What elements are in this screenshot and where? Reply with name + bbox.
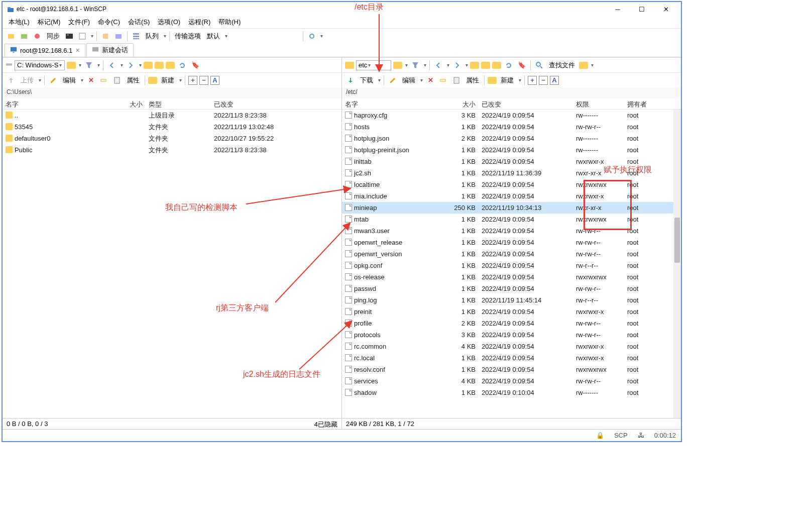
- table-row[interactable]: hotplug-preinit.json1 KB2022/4/19 0:09:5…: [342, 144, 681, 156]
- props-label[interactable]: 属性: [125, 76, 142, 85]
- table-row[interactable]: defaultuser0文件夹2022/10/27 19:55:22: [3, 133, 341, 144]
- props-icon[interactable]: [111, 75, 123, 86]
- right-header[interactable]: 名字 大小 已改变 权限 拥有者: [342, 98, 681, 110]
- table-row[interactable]: jc2.sh1 KB2022/11/19 11:36:39rwxr-xr-xro…: [342, 167, 681, 179]
- col-name[interactable]: 名字: [342, 98, 446, 109]
- minus-icon[interactable]: −: [199, 76, 208, 85]
- table-row[interactable]: openwrt_release1 KB2022/4/19 0:09:54rw-r…: [342, 237, 681, 248]
- col-name[interactable]: 名字: [3, 98, 115, 109]
- table-row[interactable]: hotplug.json2 KB2022/4/19 0:09:54rw-----…: [342, 133, 681, 144]
- filter-icon[interactable]: [410, 60, 421, 71]
- rename-icon[interactable]: [438, 75, 449, 86]
- right-list[interactable]: haproxy.cfg3 KB2022/4/19 0:09:54rw------…: [342, 110, 681, 418]
- lock-icon[interactable]: 🔒: [596, 432, 604, 439]
- search-icon[interactable]: [534, 60, 545, 71]
- table-row[interactable]: mia.include1 KB2022/4/19 0:09:54rwxrwxr-…: [342, 190, 681, 202]
- back-icon[interactable]: [106, 60, 118, 71]
- table-row[interactable]: protocols3 KB2022/4/19 0:09:54rw-rw-r--r…: [342, 329, 681, 341]
- new-label[interactable]: 新建: [159, 76, 176, 85]
- tool-5-icon[interactable]: [77, 31, 88, 42]
- home-icon[interactable]: [492, 62, 501, 69]
- props-label[interactable]: 属性: [464, 76, 481, 85]
- table-row[interactable]: 53545文件夹2022/11/19 13:02:48: [3, 121, 341, 133]
- root-icon[interactable]: [481, 62, 490, 69]
- table-row[interactable]: mtab1 KB2022/4/19 0:09:54rwxrwxrwxroot: [342, 214, 681, 225]
- col-type[interactable]: 类型: [146, 98, 211, 109]
- tool-1-icon[interactable]: [6, 31, 17, 42]
- table-row[interactable]: ..上级目录2022/11/3 8:23:38: [3, 110, 341, 121]
- home-icon[interactable]: [166, 62, 175, 69]
- folder-icon[interactable]: [67, 62, 76, 69]
- drive-select-right[interactable]: etc▾: [356, 60, 391, 70]
- edit-icon[interactable]: [48, 75, 59, 86]
- path-right[interactable]: /etc/: [341, 87, 681, 98]
- table-row[interactable]: ping.log1 KB2022/11/19 11:45:14rw-r--r--…: [342, 294, 681, 306]
- drive-select-left[interactable]: C: Windows-S▾: [15, 60, 65, 70]
- table-row[interactable]: rc.common4 KB2022/4/19 0:09:54rwxrwxr-xr…: [342, 341, 681, 352]
- scrollbar[interactable]: [673, 110, 681, 418]
- close-icon[interactable]: ✕: [75, 47, 80, 54]
- nav-extra-icon[interactable]: [579, 62, 588, 69]
- table-row[interactable]: preinit1 KB2022/4/19 0:09:54rwxrwxr-xroo…: [342, 306, 681, 318]
- col-size[interactable]: 大小: [115, 98, 146, 109]
- table-row[interactable]: profile2 KB2022/4/19 0:09:54rw-rw-r--roo…: [342, 318, 681, 329]
- tool-3-icon[interactable]: [32, 31, 43, 42]
- all-icon[interactable]: A: [550, 76, 559, 85]
- refresh-icon[interactable]: [177, 60, 188, 71]
- edit-label[interactable]: 编辑: [400, 76, 417, 85]
- minus-icon[interactable]: −: [539, 76, 548, 85]
- forward-icon[interactable]: [451, 60, 462, 71]
- menu-help[interactable]: 帮助(H): [215, 17, 244, 28]
- table-row[interactable]: hosts1 KB2022/4/19 0:09:54rw-rw-r--root: [342, 121, 681, 133]
- rename-icon[interactable]: [98, 75, 109, 86]
- col-size[interactable]: 大小: [446, 98, 479, 109]
- menu-session[interactable]: 会话(S): [125, 17, 153, 28]
- refresh-icon[interactable]: [503, 60, 514, 71]
- root-icon[interactable]: [155, 62, 164, 69]
- table-row[interactable]: minieap250 KB2022/11/19 10:34:13rwxr-xr-…: [342, 202, 681, 214]
- new-label[interactable]: 新建: [499, 76, 516, 85]
- table-row[interactable]: services4 KB2022/4/19 0:09:54rw-rw-r--ro…: [342, 375, 681, 387]
- table-row[interactable]: passwd1 KB2022/4/19 0:09:54rw-rw-r--root: [342, 283, 681, 294]
- left-list[interactable]: ..上级目录2022/11/3 8:23:3853545文件夹2022/11/1…: [3, 110, 341, 418]
- plus-icon[interactable]: +: [528, 76, 537, 85]
- queue-icon[interactable]: [131, 31, 142, 42]
- delete-icon[interactable]: ✕: [425, 75, 436, 86]
- forward-icon[interactable]: [125, 60, 136, 71]
- tool-7-icon[interactable]: [113, 31, 124, 42]
- up-icon[interactable]: [144, 62, 153, 69]
- menu-mark[interactable]: 标记(M): [35, 17, 64, 28]
- plus-icon[interactable]: +: [188, 76, 197, 85]
- tab-new-session[interactable]: 新建会话: [86, 43, 134, 57]
- scroll-thumb[interactable]: [674, 218, 680, 263]
- tool-6-icon[interactable]: [100, 31, 111, 42]
- folder-icon[interactable]: [393, 62, 402, 69]
- table-row[interactable]: opkg.conf1 KB2022/4/19 0:09:54rw-r--r--r…: [342, 260, 681, 271]
- new-icon[interactable]: [488, 77, 497, 84]
- left-header[interactable]: 名字 大小 类型 已改变: [3, 98, 341, 110]
- dropdown-icon[interactable]: ▾: [320, 33, 323, 39]
- table-row[interactable]: localtime1 KB2022/4/19 0:09:54rwxrwxrwxr…: [342, 179, 681, 190]
- sync-label[interactable]: 同步: [45, 32, 62, 41]
- minimize-button[interactable]: ─: [607, 3, 629, 15]
- default-label[interactable]: 默认: [205, 32, 222, 41]
- find-label[interactable]: 查找文件: [547, 61, 577, 70]
- download-icon[interactable]: [345, 75, 356, 86]
- table-row[interactable]: rc.local1 KB2022/4/19 0:09:54rwxrwxr-xro…: [342, 352, 681, 364]
- delete-icon[interactable]: ✕: [85, 75, 96, 86]
- table-row[interactable]: Public文件夹2022/11/3 8:23:38: [3, 144, 341, 156]
- menu-local[interactable]: 本地(L): [6, 17, 33, 28]
- menu-options[interactable]: 选项(O): [155, 17, 183, 28]
- bookmark-icon[interactable]: 🔖: [516, 60, 527, 71]
- dropdown-icon[interactable]: ▾: [225, 33, 227, 39]
- dropdown-icon[interactable]: ▾: [164, 33, 166, 39]
- table-row[interactable]: inittab1 KB2022/4/19 0:09:54rwxrwxr-xroo…: [342, 156, 681, 167]
- col-mtime[interactable]: 已改变: [211, 98, 311, 109]
- col-mtime[interactable]: 已改变: [479, 98, 573, 109]
- download-label[interactable]: 下载: [358, 76, 375, 85]
- settings-icon[interactable]: [306, 31, 317, 42]
- back-icon[interactable]: [433, 60, 444, 71]
- menu-remote[interactable]: 远程(R): [185, 17, 213, 28]
- all-icon[interactable]: A: [210, 76, 219, 85]
- table-row[interactable]: openwrt_version1 KB2022/4/19 0:09:54rw-r…: [342, 248, 681, 260]
